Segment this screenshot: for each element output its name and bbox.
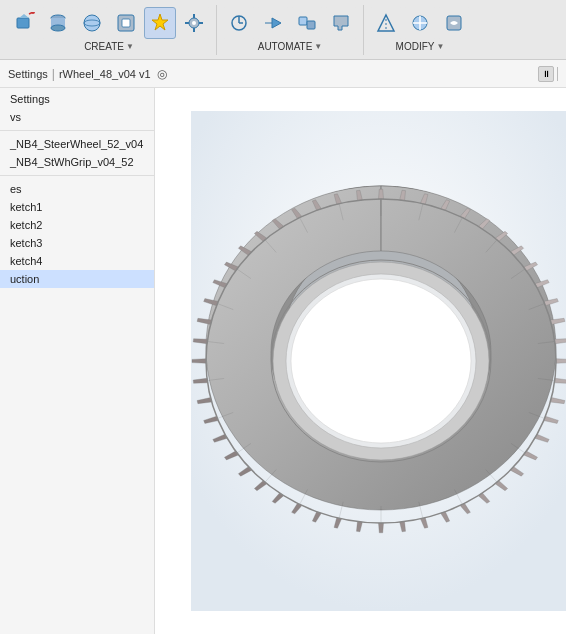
pin-icon[interactable]: ◎	[154, 66, 170, 82]
create-icon-5	[149, 12, 171, 34]
create-icons	[8, 7, 210, 39]
automate-label-text: AUTOMATE	[258, 41, 313, 52]
modify-icon-2	[409, 12, 431, 34]
filename-text: rWheel_48_v04 v1	[59, 68, 151, 80]
modify-icon-1	[375, 12, 397, 34]
automate-chevron: ▼	[314, 42, 322, 51]
sketch1-text: ketch1	[10, 201, 42, 213]
settings-item-text: Settings	[10, 93, 50, 105]
modify-icons	[370, 7, 470, 39]
modify-chevron: ▼	[436, 42, 444, 51]
svg-point-13	[192, 21, 196, 25]
toolbar-group-automate: AUTOMATE ▼	[223, 7, 357, 52]
sidebar-item-sketch1[interactable]: ketch1	[0, 198, 154, 216]
svg-point-6	[51, 25, 65, 31]
main-area: Settings vs _NB4_SteerWheel_52_v04 _NB4_…	[0, 88, 566, 634]
create-btn-6[interactable]	[178, 7, 210, 39]
create-label-text: CREATE	[84, 41, 124, 52]
create-btn-2[interactable]	[42, 7, 74, 39]
sidebar-div-2	[0, 175, 154, 176]
sidebar-item-settings[interactable]: Settings	[0, 90, 154, 108]
svg-marker-71	[379, 523, 384, 533]
separator-1	[216, 5, 217, 55]
filename-breadcrumb: rWheel_48_v04 v1 ◎	[59, 66, 170, 82]
automate-btn-4[interactable]	[325, 7, 357, 39]
sidebar-item-steerwheel52[interactable]: _NB4_SteerWheel_52_v04	[0, 135, 154, 153]
sketch3-text: ketch3	[10, 237, 42, 249]
sidebar-item-sketch4[interactable]: ketch4	[0, 252, 154, 270]
sidebar-item-uction[interactable]: uction	[0, 270, 154, 288]
breadcrumb-item: Settings	[8, 68, 48, 80]
modify-btn-2[interactable]	[404, 7, 436, 39]
create-btn-3[interactable]	[76, 7, 108, 39]
pause-btn[interactable]: ⏸	[538, 66, 554, 82]
modify-label-text: MODIFY	[396, 41, 435, 52]
sketch4-text: ketch4	[10, 255, 42, 267]
sidebar-section-top: Settings vs	[0, 88, 154, 128]
viewport[interactable]: (function() { var g = document.getElemen…	[155, 88, 566, 634]
es-text: es	[10, 183, 22, 195]
svg-rect-15	[193, 28, 195, 32]
svg-rect-14	[193, 14, 195, 18]
automate-icon-3	[296, 12, 318, 34]
svg-marker-52	[556, 359, 566, 364]
pipe-sep: |	[52, 67, 55, 81]
steerwheel52-text: _NB4_SteerWheel_52_v04	[10, 138, 143, 150]
modify-btn-3[interactable]	[438, 7, 470, 39]
gear-3d-view: (function() { var g = document.getElemen…	[191, 111, 566, 611]
automate-icon-1	[228, 12, 250, 34]
svg-point-7	[84, 15, 100, 31]
toolbar: CREATE ▼	[0, 0, 566, 60]
svg-marker-91	[192, 359, 206, 364]
automate-icon-2	[262, 12, 284, 34]
sketch2-text: ketch2	[10, 219, 42, 231]
automate-icons	[223, 7, 357, 39]
svg-rect-21	[299, 17, 307, 25]
create-btn-4[interactable]	[110, 7, 142, 39]
modify-label[interactable]: MODIFY ▼	[396, 41, 445, 52]
sidebar: Settings vs _NB4_SteerWheel_52_v04 _NB4_…	[0, 88, 155, 634]
create-chevron: ▼	[126, 42, 134, 51]
svg-marker-1	[19, 14, 29, 18]
sidebar-item-sketch2[interactable]: ketch2	[0, 216, 154, 234]
create-label[interactable]: CREATE ▼	[84, 41, 134, 52]
automate-icon-4	[330, 12, 352, 34]
svg-rect-16	[185, 22, 189, 24]
modify-icon-3	[443, 12, 465, 34]
automate-btn-3[interactable]	[291, 7, 323, 39]
create-icon-4	[115, 12, 137, 34]
uction-text: uction	[10, 273, 39, 285]
create-icon-6	[183, 12, 205, 34]
automate-label[interactable]: AUTOMATE ▼	[258, 41, 323, 52]
sidebar-div-1	[0, 130, 154, 131]
settings-text[interactable]: Settings	[8, 68, 48, 80]
toolbar-group-modify: MODIFY ▼	[370, 7, 470, 52]
svg-marker-32	[379, 189, 384, 199]
modify-btn-1[interactable]	[370, 7, 402, 39]
create-icon-1	[13, 12, 35, 34]
playback-controls: ⏸	[538, 66, 558, 82]
sidebar-item-sketch3[interactable]: ketch3	[0, 234, 154, 252]
create-icon-2	[47, 12, 69, 34]
toolbar-group-create: CREATE ▼	[8, 7, 210, 52]
separator-2	[363, 5, 364, 55]
svg-point-114	[291, 279, 471, 443]
create-btn-5[interactable]	[144, 7, 176, 39]
svg-rect-17	[199, 22, 203, 24]
svg-point-3	[31, 12, 35, 14]
svg-rect-0	[17, 18, 29, 28]
stwhgrip-text: _NB4_StWhGrip_v04_52	[10, 156, 134, 168]
svg-rect-10	[122, 19, 130, 27]
sidebar-item-stwhgrip[interactable]: _NB4_StWhGrip_v04_52	[0, 153, 154, 171]
svg-marker-11	[152, 14, 168, 30]
svg-rect-22	[307, 21, 315, 29]
sidebar-section-components: _NB4_SteerWheel_52_v04 _NB4_StWhGrip_v04…	[0, 133, 154, 173]
sidebar-item-vs[interactable]: vs	[0, 108, 154, 126]
automate-btn-2[interactable]	[257, 7, 289, 39]
automate-btn-1[interactable]	[223, 7, 255, 39]
vs-item-text: vs	[10, 111, 21, 123]
create-icon-3	[81, 12, 103, 34]
sidebar-item-es[interactable]: es	[0, 180, 154, 198]
breadcrumb-bar: Settings | rWheel_48_v04 v1 ◎ ⏸	[0, 60, 566, 88]
create-btn-1[interactable]	[8, 7, 40, 39]
